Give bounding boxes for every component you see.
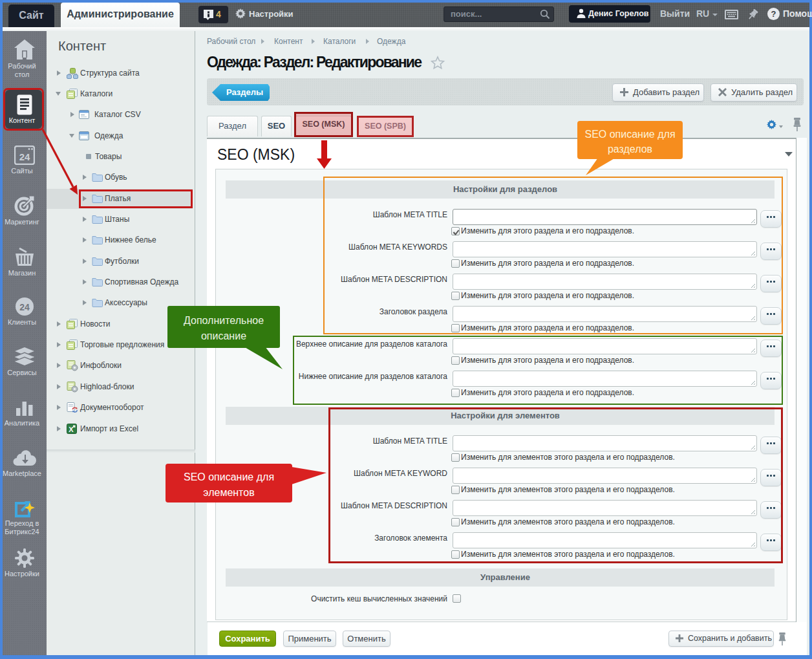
svg-text:X: X bbox=[69, 426, 74, 433]
svg-text:24: 24 bbox=[19, 302, 30, 312]
svg-text:24: 24 bbox=[19, 151, 30, 162]
